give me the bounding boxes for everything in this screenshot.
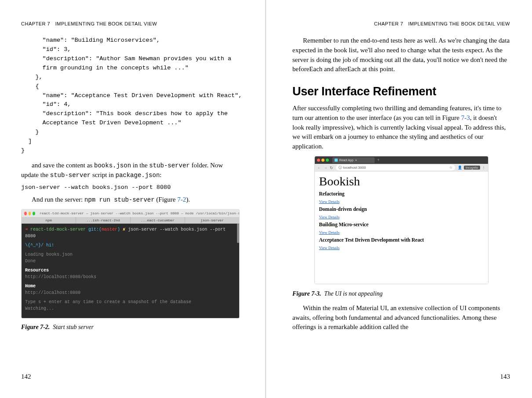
- scrollbar: [237, 224, 239, 243]
- view-details-link[interactable]: View Details: [319, 215, 340, 219]
- browser-address-bar: ← → ↻ ⓘ localhost:3000 ☆ 👤 Incognito ⋮: [315, 164, 488, 172]
- browser-screenshot: React App × + ← → ↻ ⓘ localhost:3000 ☆ 👤…: [314, 156, 488, 284]
- terminal-title: react-tdd-mock-server — json-server --wa…: [40, 211, 239, 215]
- minimize-icon: [29, 212, 31, 215]
- browser-content: Bookish Refactoring View Details Domain-…: [315, 172, 488, 284]
- maximize-icon: [33, 212, 35, 215]
- figure-7-2-caption: Figure 7-2. Start stub server: [21, 324, 240, 331]
- star-icon: ☆: [449, 166, 452, 170]
- figure-7-3-caption: Figure 7-3. The UI is not appealing: [292, 290, 510, 297]
- close-icon: [24, 212, 27, 215]
- close-tab-icon: ×: [355, 159, 357, 162]
- info-icon: ⓘ: [339, 165, 342, 170]
- book-entry: Building Micro-service View Details: [319, 222, 484, 236]
- close-icon: [317, 159, 320, 162]
- terminal-tab: ...eact-cucumber: [131, 217, 185, 224]
- app-title: Bookish: [319, 174, 484, 188]
- book-entry: Domain-driven design View Details: [319, 206, 484, 221]
- incognito-icon: 👤: [458, 166, 462, 170]
- terminal-hi: \{^_^}/ hi!: [25, 242, 236, 249]
- menu-icon: ⋮: [482, 166, 485, 170]
- terminal-tab: ...ish-react-2nd: [76, 217, 131, 224]
- browser-tab: React App ×: [332, 157, 375, 163]
- book-entry: Acceptance Test Driven Development with …: [319, 237, 484, 252]
- chapter-header-right: CHAPTER 7 IMPLEMENTING THE BOOK DETAIL V…: [292, 21, 510, 26]
- section-heading-ui-refinement: User Interface Refinement: [292, 85, 510, 98]
- terminal-titlebar: react-tdd-mock-server — json-server --wa…: [22, 210, 239, 217]
- maximize-icon: [326, 159, 329, 162]
- minimize-icon: [321, 159, 324, 162]
- json-code-block: "name": "Building Microservices", "id": …: [21, 36, 240, 156]
- react-icon: [335, 159, 338, 162]
- back-icon: ←: [317, 166, 321, 170]
- view-details-link[interactable]: View Details: [319, 199, 340, 204]
- reload-icon: ↻: [330, 166, 333, 170]
- incognito-badge: Incognito: [464, 166, 480, 170]
- page-number-left: 142: [21, 373, 31, 380]
- cmd-json-server: json-server --watch books.json --port 80…: [21, 184, 240, 191]
- terminal-tabs: npm ...ish-react-2nd ...eact-cucumber js…: [22, 217, 239, 224]
- terminal-tab: json-server: [185, 217, 239, 224]
- new-tab-icon: +: [377, 158, 379, 162]
- view-details-link[interactable]: View Details: [319, 246, 340, 250]
- book-entry: Refactoring View Details: [319, 191, 484, 206]
- para-ui-intro: After successfully completing two thrill…: [292, 104, 510, 152]
- page-number-right: 143: [500, 373, 510, 380]
- terminal-prompt: ➜ react-tdd-mock-server git:(master) ✘ j…: [25, 226, 236, 239]
- para-save-content: and save the content as books.json in th…: [21, 161, 240, 180]
- terminal-screenshot: react-tdd-mock-server — json-server --wa…: [21, 209, 240, 318]
- url-field: ⓘ localhost:3000 ☆: [336, 165, 455, 170]
- terminal-tab: npm: [22, 217, 76, 224]
- figure-link-7-3[interactable]: 7-3: [461, 114, 470, 121]
- page-right: CHAPTER 7 IMPLEMENTING THE BOOK DETAIL V…: [266, 0, 532, 398]
- para-remember-tests: Remember to run the end-to-end tests her…: [292, 36, 510, 74]
- para-run-server: And run the server: npm run stub-server …: [21, 195, 240, 205]
- para-material-ui: Within the realm of Material UI, an exte…: [292, 304, 510, 332]
- figure-link-7-2[interactable]: 7-2: [177, 196, 186, 203]
- page-left: CHAPTER 7 IMPLEMENTING THE BOOK DETAIL V…: [0, 0, 266, 398]
- terminal-body: ➜ react-tdd-mock-server git:(master) ✘ j…: [22, 224, 239, 318]
- chapter-header-left: CHAPTER 7 IMPLEMENTING THE BOOK DETAIL V…: [21, 21, 240, 26]
- view-details-link[interactable]: View Details: [319, 230, 340, 235]
- forward-icon: →: [324, 166, 328, 170]
- browser-tabbar: React App × +: [315, 156, 488, 164]
